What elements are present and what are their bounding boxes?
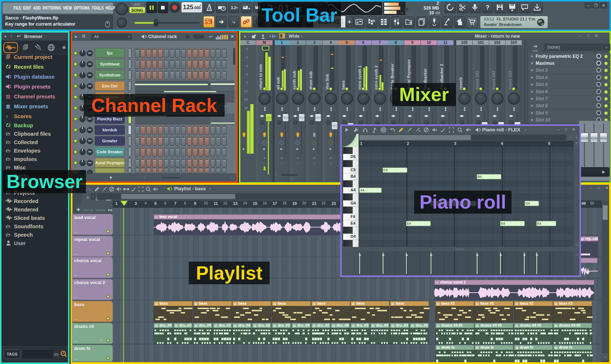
svg-text:+: + <box>248 6 250 11</box>
